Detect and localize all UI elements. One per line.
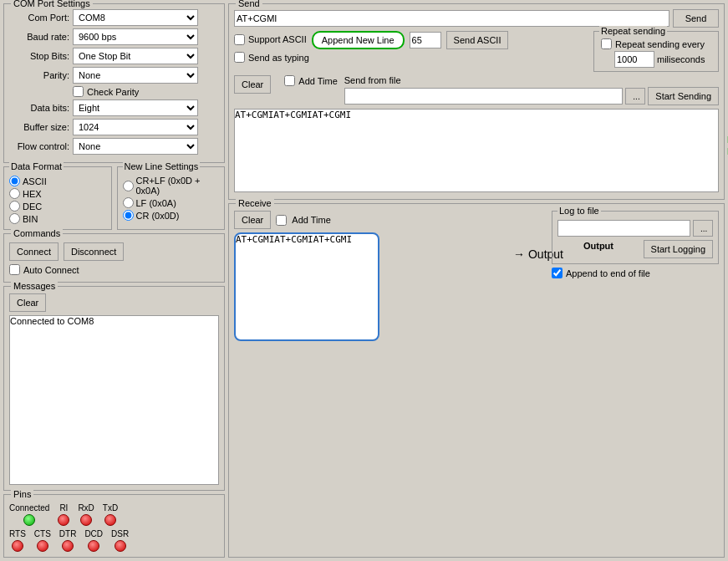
baud-rate-label: Baud rate: xyxy=(9,32,69,42)
new-line-title: New Line Settings xyxy=(123,161,201,171)
receive-add-time-label: Add Time xyxy=(292,215,330,225)
repeat-checkbox[interactable] xyxy=(601,38,612,49)
com-port-select[interactable]: COM8 xyxy=(73,9,198,26)
append-to-end-checkbox[interactable] xyxy=(552,268,563,278)
pin-dtr-led xyxy=(62,540,74,552)
pin-connected-led xyxy=(23,514,35,526)
send-file-input[interactable] xyxy=(344,88,624,105)
browse-log-button[interactable]: ... xyxy=(693,220,713,237)
pin-cts-led xyxy=(37,540,48,552)
log-file-input[interactable] xyxy=(557,220,690,237)
send-as-typing-checkbox[interactable] xyxy=(234,52,245,63)
disconnect-button[interactable]: Disconnect xyxy=(64,242,124,261)
start-logging-button[interactable]: Start Logging xyxy=(644,240,713,258)
flow-control-select[interactable]: None xyxy=(73,138,198,155)
send-ascii-button[interactable]: Send ASCII xyxy=(446,31,509,49)
pin-rxd: RxD xyxy=(78,503,94,526)
pin-txd-label: TxD xyxy=(103,503,118,513)
pin-connected: Connected xyxy=(9,503,49,526)
append-to-end-label: Append to end of file xyxy=(566,268,650,278)
send-input[interactable] xyxy=(234,10,669,27)
send-title: Send xyxy=(236,0,262,8)
stop-bits-select[interactable]: One Stop Bit xyxy=(73,48,198,64)
ascii-number-input[interactable] xyxy=(410,32,441,48)
lf-radio[interactable] xyxy=(123,197,134,208)
pin-rts-led xyxy=(12,540,23,552)
send-from-file-label: Send from file xyxy=(344,75,719,85)
receive-textarea[interactable]: AT+CGMIAT+CGMIAT+CGMI xyxy=(234,232,379,341)
support-ascii-checkbox[interactable] xyxy=(234,34,245,45)
support-ascii-label: Support ASCII xyxy=(248,34,307,44)
pin-dtr-label: DTR xyxy=(59,529,77,538)
send-as-typing-label: Send as typing xyxy=(248,53,309,63)
pin-rts: RTS xyxy=(9,529,26,552)
cr-radio[interactable] xyxy=(123,210,134,221)
pin-rxd-label: RxD xyxy=(78,503,94,513)
pin-rts-label: RTS xyxy=(9,529,26,538)
pin-dsr-label: DSR xyxy=(111,529,129,538)
pin-dsr-led xyxy=(115,540,126,552)
pin-dtr: DTR xyxy=(59,529,77,552)
parity-label: Parity: xyxy=(9,70,69,80)
check-parity-label: Check Parity xyxy=(87,87,139,97)
parity-select[interactable]: None xyxy=(73,67,198,84)
log-to-file-title: Log to file xyxy=(557,206,601,216)
connect-button[interactable]: Connect xyxy=(9,242,59,261)
receive-add-time-checkbox[interactable] xyxy=(276,215,287,226)
pin-cts-label: CTS xyxy=(34,529,51,538)
browse-send-button[interactable]: ... xyxy=(625,88,645,105)
auto-connect-checkbox[interactable] xyxy=(9,264,20,275)
cr-label: CR (0x0D) xyxy=(136,211,180,221)
add-time-checkbox[interactable] xyxy=(284,75,295,86)
stop-bits-label: Stop Bits: xyxy=(9,51,69,61)
check-parity-checkbox[interactable] xyxy=(73,86,84,97)
buffer-size-label: Buffer size: xyxy=(9,122,69,132)
crlf-radio[interactable] xyxy=(123,181,134,191)
pin-dcd-label: DCD xyxy=(84,529,103,538)
data-bits-select[interactable]: Eight xyxy=(73,99,198,116)
com-port-label: Com Port: xyxy=(9,13,69,23)
repeat-sending-title: Repeat sending xyxy=(599,26,667,36)
pins-title: Pins xyxy=(11,489,33,499)
send-textarea[interactable]: AT+CGMIAT+CGMIAT+CGMI xyxy=(234,109,719,192)
start-sending-button[interactable]: Start Sending xyxy=(648,87,719,105)
pin-dsr: DSR xyxy=(111,529,129,552)
pin-cts: CTS xyxy=(34,529,51,552)
messages-title: Messages xyxy=(11,281,58,291)
send-clear-button[interactable]: Clear xyxy=(234,75,271,94)
pin-txd: TxD xyxy=(103,503,118,526)
baud-rate-select[interactable]: 9600 bps xyxy=(73,28,198,45)
append-new-line-button[interactable]: Append New Line xyxy=(312,31,405,49)
pin-txd-led xyxy=(104,514,116,526)
pin-ri-label: RI xyxy=(59,503,68,513)
com-port-title: COM Port Settings xyxy=(11,0,93,8)
dec-label: DEC xyxy=(23,201,42,212)
send-button[interactable]: Send xyxy=(673,9,719,28)
messages-textarea[interactable] xyxy=(9,315,219,485)
pin-rxd-led xyxy=(80,514,92,526)
buffer-size-select[interactable]: 1024 xyxy=(73,119,198,135)
pin-dcd: DCD xyxy=(84,529,103,552)
pin-ri-led xyxy=(58,514,69,526)
add-time-label: Add Time xyxy=(298,76,337,86)
pin-ri: RI xyxy=(58,503,69,526)
messages-clear-button[interactable]: Clear xyxy=(9,293,46,312)
pin-connected-label: Connected xyxy=(9,503,49,513)
dec-radio[interactable] xyxy=(9,201,20,212)
bin-radio[interactable] xyxy=(9,213,20,224)
repeat-label: Repeat sending every xyxy=(615,39,705,49)
auto-connect-label: Auto Connect xyxy=(23,265,79,275)
receive-clear-button[interactable]: Clear xyxy=(234,211,271,229)
data-format-title: Data Format xyxy=(9,161,64,171)
data-bits-label: Data bits: xyxy=(9,103,69,113)
repeat-value-input[interactable] xyxy=(614,51,654,68)
ascii-label: ASCII xyxy=(23,176,47,186)
hex-label: HEX xyxy=(23,189,42,199)
pin-dcd-led xyxy=(88,540,99,552)
ascii-radio[interactable] xyxy=(9,176,20,186)
crlf-label: CR+LF (0x0D + 0x0A) xyxy=(136,176,220,196)
hex-radio[interactable] xyxy=(9,188,20,199)
receive-title: Receive xyxy=(236,198,274,208)
flow-control-label: Flow control: xyxy=(9,141,69,151)
miliseconds-label: miliseconds xyxy=(657,54,705,64)
